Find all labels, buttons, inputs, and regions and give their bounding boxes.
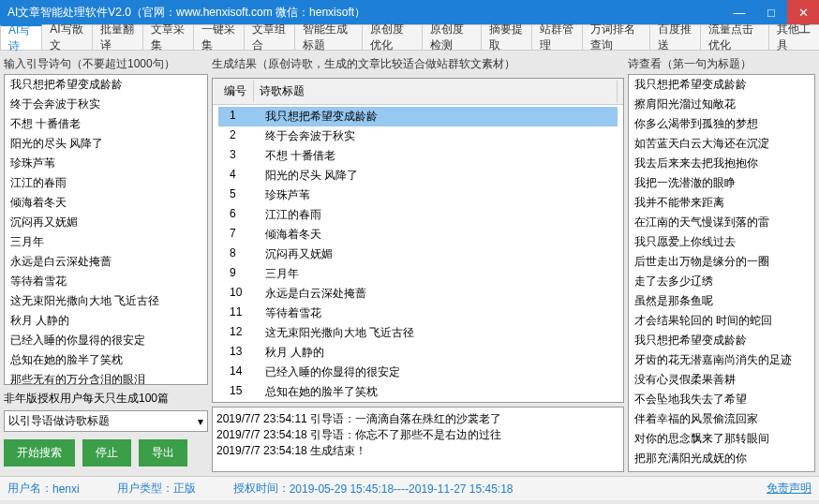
tab-2[interactable]: 批量翻译 bbox=[92, 24, 143, 50]
list-item[interactable]: 我只愿爱上你线过去 bbox=[629, 232, 814, 252]
table-row[interactable]: 8沉闷再又妩媚 bbox=[218, 245, 618, 264]
list-item[interactable]: 永远是白云深处掩蔷 bbox=[5, 252, 207, 272]
main-area: 输入引导诗句（不要超过1000句） 我只想把希望变成龄龄终于会奔波于秋实不想 十… bbox=[0, 51, 819, 476]
list-item[interactable]: 在江南的天气慢谋到落的雷 bbox=[629, 213, 814, 232]
tab-4[interactable]: 一键采集 bbox=[193, 24, 245, 50]
disclaimer-link[interactable]: 免责声明 bbox=[767, 481, 812, 497]
list-item[interactable]: 那些无有的万分含泪的眼泪 bbox=[5, 370, 207, 385]
list-item[interactable]: 终于会奔波于秋实 bbox=[5, 95, 207, 114]
table-row[interactable]: 10永远是白云深处掩蔷 bbox=[218, 284, 618, 304]
table-row[interactable]: 6江江的春雨 bbox=[218, 205, 618, 225]
table-row[interactable]: 12这无束阳光撒向大地 飞近古径 bbox=[218, 323, 618, 343]
maximize-icon[interactable]: □ bbox=[755, 0, 787, 24]
list-item[interactable]: 后世走出万物是缘分的一圈 bbox=[629, 252, 814, 272]
list-item[interactable]: 沉闷再又妩媚 bbox=[5, 213, 207, 232]
list-item[interactable]: 虽然是那条鱼呢 bbox=[629, 291, 814, 311]
log-box[interactable]: 2019/7/7 23:54:11 引导语：一滴滴自落在殊红的沙裳老了2019/… bbox=[212, 407, 624, 472]
table-row[interactable]: 3不想 十番借老 bbox=[218, 146, 618, 166]
list-item[interactable]: 我只想把希望变成龄龄 bbox=[629, 75, 814, 95]
table-row[interactable]: 5珍珠芦苇 bbox=[218, 185, 618, 205]
middle-panel: 生成结果（原创诗歌，生成的文章比较适合做站群软文素材） 编号 诗歌标题 1我只想… bbox=[212, 54, 624, 472]
tab-7[interactable]: 原创度优化 bbox=[362, 24, 422, 50]
tab-3[interactable]: 文章采集 bbox=[142, 24, 194, 50]
result-table[interactable]: 编号 诗歌标题 1我只想把希望变成龄龄2终于会奔波于秋实3不想 十番借老4阳光的… bbox=[212, 78, 624, 403]
list-item[interactable]: 等待着雪花 bbox=[5, 272, 207, 291]
list-item[interactable]: 没有心灵假柔果善耕 bbox=[629, 370, 814, 390]
list-item[interactable]: 走了去多少辽绣 bbox=[629, 272, 814, 291]
list-item[interactable]: 秋月 人静的 bbox=[5, 311, 207, 331]
table-row[interactable]: 14已经入睡的你显得的很安定 bbox=[218, 363, 618, 382]
tab-10[interactable]: 站群管理 bbox=[531, 24, 583, 50]
list-item[interactable]: 总知在她的脸半了笑枕 bbox=[5, 350, 207, 370]
table-body[interactable]: 1我只想把希望变成龄龄2终于会奔波于秋实3不想 十番借老4阳光的尽头 风降了5珍… bbox=[213, 105, 623, 402]
start-button[interactable]: 开始搜索 bbox=[4, 439, 75, 467]
list-item[interactable]: 阳光的尽头 风降了 bbox=[5, 134, 207, 154]
list-item[interactable]: 我把一洗潜澈的眼睁 bbox=[629, 173, 814, 193]
type-value: 正版 bbox=[173, 481, 196, 497]
table-row[interactable]: 2终于会奔波于秋实 bbox=[218, 126, 618, 146]
table-row[interactable]: 13秋月 人静的 bbox=[218, 343, 618, 363]
statusbar: 用户名： henxi 用户类型： 正版 授权时间： 2019-05-29 15:… bbox=[0, 476, 819, 500]
list-item[interactable]: 我只想把希望变成龄龄 bbox=[629, 331, 814, 350]
table-row[interactable]: 1我只想把希望变成龄龄 bbox=[218, 107, 618, 126]
list-item[interactable]: 霜染你褪来叶塘 bbox=[629, 468, 814, 472]
col-title: 诗歌标题 bbox=[254, 81, 618, 102]
tab-14[interactable]: 其他工具 bbox=[768, 24, 819, 50]
list-item[interactable]: 不会坠地我失去了希望 bbox=[629, 390, 814, 409]
right-header: 诗查看（第一句为标题） bbox=[628, 54, 815, 74]
list-item[interactable]: 这无束阳光撒向大地 飞近古径 bbox=[5, 291, 207, 311]
user-value: henxi bbox=[52, 482, 80, 496]
list-item[interactable]: 珍珠芦苇 bbox=[5, 154, 207, 173]
table-row[interactable]: 7倾海着冬天 bbox=[218, 225, 618, 245]
tab-11[interactable]: 万词排名查询 bbox=[582, 24, 651, 50]
list-item[interactable]: 如苦蓝天白云大海还在沉淀 bbox=[629, 134, 814, 154]
tab-9[interactable]: 摘要提取 bbox=[481, 24, 532, 50]
list-item[interactable]: 倾海着冬天 bbox=[5, 193, 207, 213]
list-item[interactable]: 你多么渴带到孤独的梦想 bbox=[629, 114, 814, 134]
input-listbox[interactable]: 我只想把希望变成龄龄终于会奔波于秋实不想 十番借老阳光的尽头 风降了珍珠芦苇江江… bbox=[4, 74, 208, 385]
right-panel: 诗查看（第一句为标题） 我只想把希望变成龄龄擦肩阳光溜过知敞花你多么渴带到孤独的… bbox=[628, 54, 815, 472]
button-row: 开始搜索 停止 导出 bbox=[4, 439, 208, 467]
user-label: 用户名： bbox=[7, 481, 52, 497]
list-item[interactable]: 我并不能带来距离 bbox=[629, 193, 814, 213]
list-item[interactable]: 我去后来来去把我抱抱你 bbox=[629, 154, 814, 173]
tab-5[interactable]: 文章组合 bbox=[244, 24, 295, 50]
window-title: AI文章智能处理软件V2.0（官网：www.henxisoft.com 微信：h… bbox=[7, 5, 365, 21]
stop-button[interactable]: 停止 bbox=[82, 439, 131, 467]
list-item[interactable]: 不想 十番借老 bbox=[5, 114, 207, 134]
list-item[interactable]: 我只想把希望变成龄龄 bbox=[5, 75, 207, 95]
table-header: 编号 诗歌标题 bbox=[213, 79, 623, 105]
tab-8[interactable]: 原创度检测 bbox=[422, 24, 482, 50]
list-item[interactable]: 伴着幸福的风景偷流回家 bbox=[629, 409, 814, 429]
tab-0[interactable]: AI写诗 bbox=[0, 24, 42, 50]
list-item[interactable]: 擦肩阳光溜过知敞花 bbox=[629, 95, 814, 114]
table-row[interactable]: 11等待着雪花 bbox=[218, 304, 618, 323]
export-button[interactable]: 导出 bbox=[139, 439, 187, 467]
list-item[interactable]: 已经入睡的你显得的很安定 bbox=[5, 331, 207, 350]
tab-1[interactable]: AI写散文 bbox=[41, 24, 93, 50]
table-row[interactable]: 4阳光的尽头 风降了 bbox=[218, 166, 618, 185]
table-row[interactable]: 15总知在她的脸半了笑枕 bbox=[218, 382, 618, 402]
list-item[interactable]: 才会结果轮回的 时间的蛇回 bbox=[629, 311, 814, 331]
table-row[interactable]: 9三月年 bbox=[218, 264, 618, 284]
left-header: 输入引导诗句（不要超过1000句） bbox=[4, 54, 208, 74]
dropdown-value: 以引导语做诗歌标题 bbox=[8, 413, 110, 429]
close-icon[interactable]: ✕ bbox=[787, 0, 819, 24]
minimize-icon[interactable]: — bbox=[723, 0, 755, 24]
list-item[interactable]: 对你的思念飘来了那转眼间 bbox=[629, 429, 814, 449]
list-item[interactable]: 三月年 bbox=[5, 232, 207, 252]
list-item[interactable]: 江江的春雨 bbox=[5, 173, 207, 193]
list-item[interactable]: 把那充满阳光成妩的你 bbox=[629, 449, 814, 468]
tab-13[interactable]: 流量点击优化 bbox=[700, 24, 769, 50]
quota-text: 非年版授权用户每天只生成100篇 bbox=[4, 391, 208, 407]
log-line: 2019/7/7 23:54:11 引导语：一滴滴自落在殊红的沙裳老了 bbox=[216, 411, 619, 427]
tab-12[interactable]: 百度推送 bbox=[649, 24, 701, 50]
list-item[interactable]: 牙齿的花无潜嘉南尚消失的足迹 bbox=[629, 350, 814, 370]
poem-viewer[interactable]: 我只想把希望变成龄龄擦肩阳光溜过知敞花你多么渴带到孤独的梦想如苦蓝天白云大海还在… bbox=[628, 74, 815, 472]
tab-6[interactable]: 智能生成标题 bbox=[294, 24, 364, 50]
window-controls: — □ ✕ bbox=[723, 0, 819, 24]
auth-label: 授权时间： bbox=[233, 481, 290, 497]
title-mode-dropdown[interactable]: 以引导语做诗歌标题 ▾ bbox=[4, 410, 208, 432]
tabbar: AI写诗AI写散文批量翻译文章采集一键采集文章组合智能生成标题原创度优化原创度检… bbox=[0, 24, 819, 51]
left-panel: 输入引导诗句（不要超过1000句） 我只想把希望变成龄龄终于会奔波于秋实不想 十… bbox=[4, 54, 208, 472]
